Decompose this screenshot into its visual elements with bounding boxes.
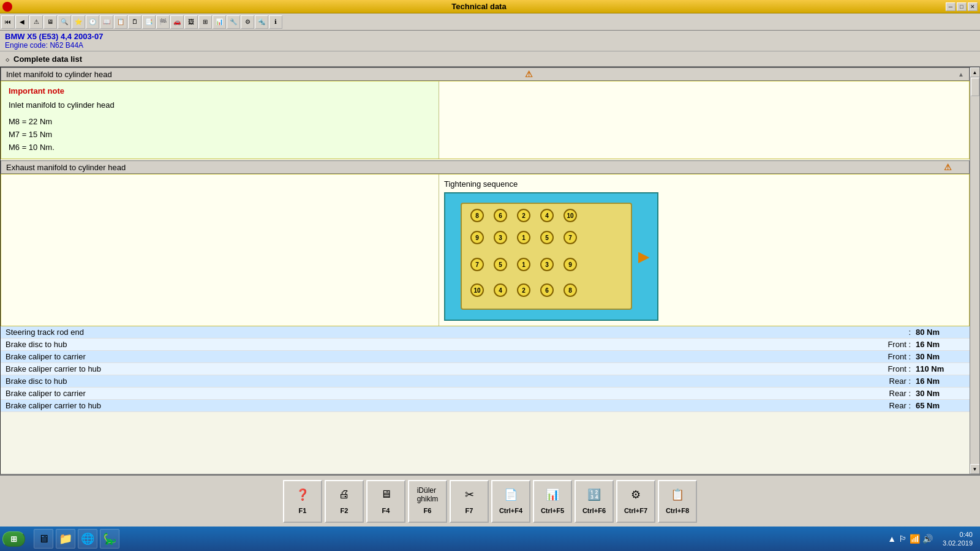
- f4-button[interactable]: 🖥 F4: [366, 480, 405, 523]
- inlet-left-panel: Important note Inlet manifold to cylinde…: [1, 81, 439, 159]
- tb-graph[interactable]: 📊: [213, 15, 226, 29]
- taskbar-desktop-icon[interactable]: 🖥: [34, 529, 53, 549]
- row-value: 65 Nm: [916, 401, 965, 410]
- ctrlf6-button[interactable]: 🔢 Ctrl+F6: [575, 480, 614, 523]
- inlet-warning-icon: ⚠: [525, 69, 533, 79]
- f7-label: F7: [466, 507, 473, 514]
- tb-prev[interactable]: ◀: [15, 15, 29, 29]
- windows-icon: ⊞: [10, 534, 17, 544]
- title-bar: Technical data ─ □ ✕: [0, 0, 980, 13]
- tb-settings[interactable]: 🔩: [255, 15, 268, 29]
- tb-warn[interactable]: ⚠: [29, 15, 43, 29]
- table-row: Brake disc to hub Front : 16 Nm: [1, 339, 970, 351]
- ctrlf7-icon: ⚙: [625, 484, 647, 506]
- exhaust-right-panel: Tightening sequence 8 6 2 4 10 9 3: [439, 174, 969, 326]
- f7-icon: ✂: [458, 484, 480, 506]
- tb-search[interactable]: 🔍: [58, 15, 71, 29]
- torque-m7: M7 = 15 Nm: [9, 129, 431, 141]
- inlet-section-header[interactable]: Inlet manifold to cylinder head ⚠ ▲: [1, 67, 970, 81]
- tightening-label: Tightening sequence: [444, 179, 964, 189]
- scroll-down-arrow[interactable]: ▼: [970, 464, 980, 474]
- table-row: Brake caliper to carrier Rear : 30 Nm: [1, 388, 970, 400]
- ctrlf6-icon: 🔢: [583, 484, 605, 506]
- row-position: Front :: [888, 364, 911, 373]
- taskbar-chrome-icon[interactable]: 🌐: [78, 529, 97, 549]
- row-value: 80 Nm: [916, 328, 965, 337]
- bottom-toolbar: ❓ F1 🖨 F2 🖥 F4 iDülerghiklm F6 ✂ F7 📄 Ct…: [0, 474, 980, 527]
- row-value: 30 Nm: [916, 352, 965, 361]
- bolt-6-top: 6: [494, 209, 507, 222]
- f1-button[interactable]: ❓ F1: [283, 480, 322, 523]
- taskbar-app-icon[interactable]: 🦕: [100, 529, 119, 549]
- inlet-scroll-up: ▲: [958, 71, 964, 78]
- row-position: Rear :: [889, 389, 911, 398]
- app-logo: [2, 2, 12, 12]
- minimize-button[interactable]: ─: [946, 2, 956, 11]
- tb-list1[interactable]: 📋: [114, 15, 127, 29]
- bolt-7-mid1: 7: [564, 231, 577, 244]
- ctrlf8-label: Ctrl+F8: [666, 507, 689, 514]
- table-row: Brake caliper carrier to hub Rear : 65 N…: [1, 400, 970, 412]
- exhaust-section-header[interactable]: Exhaust manifold to cylinder head ⚠: [1, 160, 970, 174]
- row-label: Brake disc to hub: [6, 340, 888, 349]
- tb-list2[interactable]: 🗒: [128, 15, 141, 29]
- exhaust-title: Exhaust manifold to cylinder head: [6, 163, 126, 172]
- tb-grid[interactable]: ⊞: [198, 15, 212, 29]
- close-button[interactable]: ✕: [968, 2, 978, 11]
- f2-icon: 🖨: [333, 484, 355, 506]
- torque-m6: M6 = 10 Nm.: [9, 141, 431, 154]
- bolt-10-top: 10: [564, 209, 577, 222]
- scroll-up-arrow[interactable]: ▲: [970, 67, 980, 77]
- tray-icon-1: ▲: [888, 534, 896, 544]
- ctrlf8-icon: 📋: [666, 484, 688, 506]
- taskbar-explorer-icon[interactable]: 📁: [56, 529, 75, 549]
- tightening-diagram: 8 6 2 4 10 9 3 1 5 7 7: [444, 192, 658, 321]
- row-label: Brake caliper to carrier: [6, 389, 889, 398]
- ctrlf4-button[interactable]: 📄 Ctrl+F4: [491, 480, 530, 523]
- bolt-7-mid2: 7: [470, 258, 484, 271]
- tb-screen[interactable]: 🖥: [43, 15, 57, 29]
- exhaust-expanded: Tightening sequence 8 6 2 4 10 9 3: [1, 174, 970, 326]
- tb-img[interactable]: 🖼: [184, 15, 198, 29]
- ctrlf5-button[interactable]: 📊 Ctrl+F5: [533, 480, 572, 523]
- vehicle-info-bar: BMW X5 (E53) 4,4 2003-07 Engine code: N6…: [0, 31, 980, 51]
- tb-clock[interactable]: 🕐: [86, 15, 99, 29]
- tb-book[interactable]: 📖: [100, 15, 113, 29]
- bolt-5-mid2: 5: [494, 258, 507, 271]
- tb-tool2[interactable]: ⚙: [241, 15, 254, 29]
- f6-button[interactable]: iDülerghiklm F6: [408, 480, 447, 523]
- direction-arrow: ▶: [638, 248, 649, 265]
- ctrlf5-label: Ctrl+F5: [541, 507, 564, 514]
- table-row: Steering track rod end : 80 Nm: [1, 326, 970, 339]
- inlet-expanded: Important note Inlet manifold to cylinde…: [1, 81, 970, 159]
- ctrlf8-button[interactable]: 📋 Ctrl+F8: [658, 480, 697, 523]
- f2-label: F2: [341, 507, 349, 514]
- row-position: Rear :: [889, 401, 911, 410]
- scroll-thumb[interactable]: [971, 78, 979, 96]
- system-tray-icons: ▲ 🏳 📶 🔊: [888, 534, 933, 544]
- row-label: Brake caliper to carrier: [6, 352, 888, 361]
- vertical-scrollbar[interactable]: ▲ ▼: [970, 67, 979, 474]
- tb-tool1[interactable]: 🔧: [227, 15, 240, 29]
- f2-button[interactable]: 🖨 F2: [325, 480, 364, 523]
- f7-button[interactable]: ✂ F7: [450, 480, 489, 523]
- tb-star[interactable]: ⭐: [72, 15, 85, 29]
- row-label: Brake caliper carrier to hub: [6, 401, 889, 410]
- tb-list3[interactable]: 📑: [142, 15, 156, 29]
- maximize-button[interactable]: □: [957, 2, 967, 11]
- row-label: Brake disc to hub: [6, 377, 889, 386]
- tb-first[interactable]: ⏮: [1, 15, 15, 29]
- data-rows-section: Steering track rod end : 80 Nm Brake dis…: [1, 326, 970, 412]
- bolt-8-bot: 8: [564, 283, 577, 297]
- table-row: Brake caliper carrier to hub Front : 110…: [1, 363, 970, 375]
- ctrlf7-button[interactable]: ⚙ Ctrl+F7: [616, 480, 655, 523]
- tb-info[interactable]: ℹ: [269, 15, 282, 29]
- vehicle-model: BMW X5 (E53) 4,4 2003-07: [5, 32, 975, 41]
- bolt-6-bot: 6: [540, 283, 554, 297]
- tb-flag[interactable]: 🏁: [156, 15, 170, 29]
- tb-car[interactable]: 🚗: [170, 15, 184, 29]
- row-value: 110 Nm: [916, 364, 965, 373]
- start-button[interactable]: ⊞: [2, 531, 25, 547]
- bolt-4-top: 4: [540, 209, 554, 222]
- row-value: 16 Nm: [916, 377, 965, 386]
